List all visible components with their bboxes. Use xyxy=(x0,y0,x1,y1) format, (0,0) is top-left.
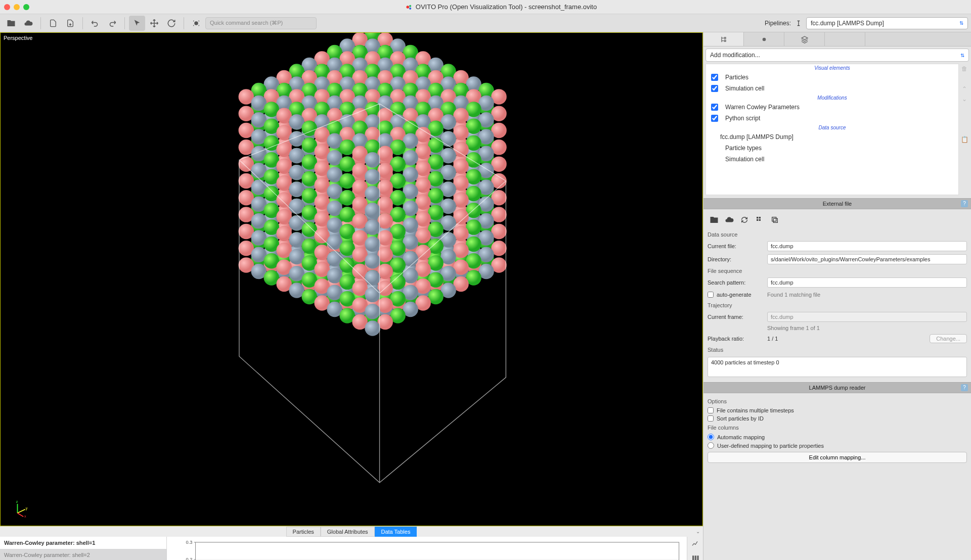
svg-point-468 xyxy=(365,152,380,168)
new-file-button[interactable] xyxy=(45,16,61,31)
pl-wcp[interactable]: Warren Cowley Parameters xyxy=(706,102,958,113)
chevron-updown-icon: ⇅ xyxy=(959,20,963,26)
list-item-shell2[interactable]: Warren-Cowley parameter: shell=2 xyxy=(0,549,166,560)
download-cloud-button[interactable] xyxy=(20,16,36,31)
external-file-header: External file? xyxy=(703,198,971,209)
window-title: OVITO Pro (Open Visualization Tool) - sc… xyxy=(35,3,967,11)
bar-chart: -0.5-0.4-0.3-0.2-0.100.10.20.3Co-CoCo-Ni… xyxy=(167,537,687,560)
tab-particles[interactable]: Particles xyxy=(286,527,321,537)
export-file-button[interactable] xyxy=(62,16,78,31)
status-label: Status xyxy=(708,345,967,355)
undo-button[interactable] xyxy=(87,16,103,31)
sort-by-id-checkbox[interactable] xyxy=(708,415,714,422)
ovito-logo-icon xyxy=(406,4,413,11)
playback-ratio-value: 1 / 1 xyxy=(767,336,925,342)
move-tool-button[interactable] xyxy=(146,16,162,31)
pipeline-selector[interactable]: fcc.dump [LAMMPS Dump] ⇅ xyxy=(806,17,968,29)
search-pattern-field[interactable]: fcc.dump xyxy=(767,277,967,288)
titlebar: OVITO Pro (Open Visualization Tool) - sc… xyxy=(0,0,971,14)
rotate-tool-button[interactable] xyxy=(163,16,180,31)
pipeline-tab-tree[interactable] xyxy=(703,32,744,46)
tab-data-tables[interactable]: Data Tables xyxy=(375,527,417,537)
pipeline-tab-empty[interactable] xyxy=(825,32,865,46)
options-label: Options xyxy=(708,396,967,406)
cloud-icon[interactable] xyxy=(724,214,735,225)
separator xyxy=(82,17,83,29)
viewport-label: Perspective xyxy=(4,35,32,41)
command-search-input[interactable]: Quick command search (⌘P) xyxy=(205,17,317,29)
chart-toolbar xyxy=(687,537,703,560)
auto-generate-checkbox[interactable] xyxy=(708,292,714,298)
tab-global-attributes[interactable]: Global Attributes xyxy=(321,527,375,537)
open-file-button[interactable] xyxy=(3,16,19,31)
svg-rect-669 xyxy=(759,219,761,221)
pipeline-tab-render[interactable] xyxy=(744,32,784,46)
pipelines-label: Pipelines: xyxy=(765,20,791,27)
svg-point-603 xyxy=(365,304,380,319)
svg-rect-659 xyxy=(692,555,694,560)
render-button[interactable] xyxy=(188,16,204,31)
separator xyxy=(184,17,184,29)
svg-point-540 xyxy=(365,203,380,218)
grid-icon[interactable] xyxy=(754,214,765,225)
viewport-3d[interactable]: Perspective z y x xyxy=(0,32,703,526)
maximize-icon[interactable] xyxy=(23,4,29,10)
svg-rect-661 xyxy=(697,555,698,560)
properties-panel: Add modification... ⇅ 🗑 ⌃ ⌄ 📋 Visual ele… xyxy=(703,32,971,560)
edit-column-mapping-button[interactable]: Edit column mapping... xyxy=(708,452,967,463)
status-text: 4000 particles at timestep 0 xyxy=(708,357,967,377)
lammps-reader-header: LAMMPS dump reader? xyxy=(703,382,971,393)
auto-mapping-radio[interactable] xyxy=(708,434,714,440)
chevron-down-icon[interactable]: ⌄ xyxy=(696,529,700,534)
showing-frame-text: Showing frame 1 of 1 xyxy=(767,325,967,331)
pl-particles[interactable]: Particles xyxy=(706,72,958,83)
directory-field[interactable]: s/daniel/Work/ovito_plugins/WarrenCowley… xyxy=(767,254,967,264)
pl-python[interactable]: Python script xyxy=(706,113,958,124)
move-down-icon[interactable]: ⌄ xyxy=(962,96,967,103)
pl-fccdump[interactable]: fcc.dump [LAMMPS Dump] xyxy=(706,131,958,143)
pl-simcell2[interactable]: Simulation cell xyxy=(706,154,958,165)
svg-point-604 xyxy=(365,320,380,336)
redo-button[interactable] xyxy=(104,16,120,31)
add-modification-dropdown[interactable]: Add modification... ⇅ xyxy=(705,49,969,62)
svg-rect-671 xyxy=(772,217,776,221)
window-controls xyxy=(4,4,29,10)
user-mapping-radio[interactable] xyxy=(708,442,714,449)
close-icon[interactable] xyxy=(4,4,10,10)
pipeline-tab-layers[interactable] xyxy=(784,32,825,46)
clipboard-icon[interactable]: 📋 xyxy=(961,136,968,143)
svg-text:0.3: 0.3 xyxy=(186,540,193,545)
file-sequence-label: File sequence xyxy=(708,266,967,276)
svg-rect-667 xyxy=(759,217,761,218)
svg-rect-670 xyxy=(773,218,777,222)
svg-point-573 xyxy=(365,237,380,252)
chart-line-icon[interactable] xyxy=(690,539,700,549)
svg-point-495 xyxy=(365,169,380,184)
folder-icon[interactable] xyxy=(709,214,720,225)
svg-point-1 xyxy=(409,5,411,7)
axis-tripod-icon: z y x xyxy=(11,499,29,518)
current-file-field[interactable]: fcc.dump xyxy=(767,241,967,251)
pipeline-view-tabs xyxy=(703,32,971,46)
help-icon[interactable]: ? xyxy=(961,200,968,207)
particle-cube-render xyxy=(1,33,702,526)
svg-rect-668 xyxy=(757,219,758,221)
change-button[interactable]: Change... xyxy=(930,334,967,343)
list-item-shell1[interactable]: Warren-Cowley parameter: shell=1 xyxy=(0,537,166,549)
delete-icon[interactable]: 🗑 xyxy=(961,65,967,72)
section-visual: Visual elements xyxy=(706,64,958,72)
file-columns-label: File columns xyxy=(708,423,967,433)
chart-table-icon[interactable] xyxy=(690,553,700,560)
copy-icon[interactable] xyxy=(769,214,780,225)
data-tables-panel: Warren-Cowley parameter: shell=1 Warren-… xyxy=(0,537,703,560)
refresh-icon[interactable] xyxy=(739,214,750,225)
move-up-icon[interactable]: ⌃ xyxy=(962,85,967,92)
separator xyxy=(124,17,125,29)
pl-ptypes[interactable]: Particle types xyxy=(706,143,958,154)
minimize-icon[interactable] xyxy=(14,4,20,10)
pl-simcell[interactable]: Simulation cell xyxy=(706,83,958,94)
svg-point-0 xyxy=(406,6,409,9)
multi-timestep-checkbox[interactable] xyxy=(708,407,714,413)
help-icon[interactable]: ? xyxy=(961,384,968,391)
select-tool-button[interactable] xyxy=(129,16,145,31)
